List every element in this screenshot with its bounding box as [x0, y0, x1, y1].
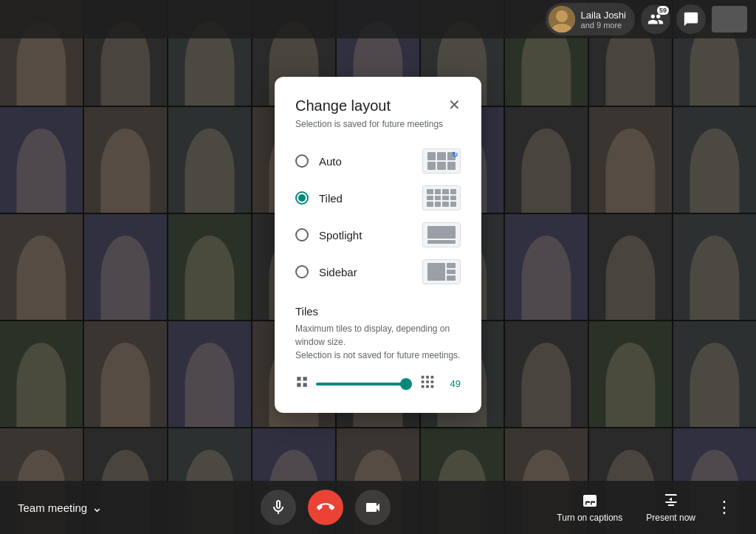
layout-options: Auto ↻ Tile: [295, 143, 461, 290]
layout-label-auto: Auto: [319, 155, 342, 168]
modal-overlay: Change layout ✕ Selection is saved for f…: [0, 0, 756, 534]
grid-large-icon: [419, 372, 436, 395]
change-layout-modal: Change layout ✕ Selection is saved for f…: [275, 77, 481, 413]
tiles-value: 49: [443, 378, 461, 389]
modal-subtitle: Selection is saved for future meetings: [295, 119, 461, 129]
tiles-title: Tiles: [295, 305, 461, 318]
radio-auto[interactable]: [295, 154, 309, 168]
layout-label-tiled: Tiled: [319, 192, 343, 205]
tiles-section: Tiles Maximum tiles to display, dependin…: [295, 305, 461, 395]
layout-option-auto[interactable]: Auto ↻: [295, 143, 461, 179]
sidebar-layout-icon: [422, 259, 461, 284]
layout-option-sidebar[interactable]: Sidebar: [295, 253, 461, 290]
radio-tiled[interactable]: [295, 191, 309, 205]
auto-layout-icon: ↻: [422, 148, 461, 174]
slider-row: 49: [295, 372, 461, 395]
tiles-description: Maximum tiles to display, depending on w…: [295, 322, 461, 362]
tiles-slider[interactable]: [316, 383, 412, 386]
modal-title: Change layout: [295, 97, 391, 114]
radio-sidebar[interactable]: [295, 265, 309, 278]
layout-label-spotlight: Spotlight: [319, 229, 362, 242]
grid-small-icon: [295, 375, 309, 392]
layout-label-sidebar: Sidebar: [319, 266, 357, 278]
tiled-layout-icon: [422, 185, 461, 210]
layout-option-tiled[interactable]: Tiled: [295, 179, 461, 216]
spotlight-layout-icon: [422, 222, 461, 247]
layout-option-spotlight[interactable]: Spotlight: [295, 216, 461, 253]
close-modal-button[interactable]: ✕: [448, 97, 461, 112]
radio-spotlight[interactable]: [295, 228, 309, 242]
